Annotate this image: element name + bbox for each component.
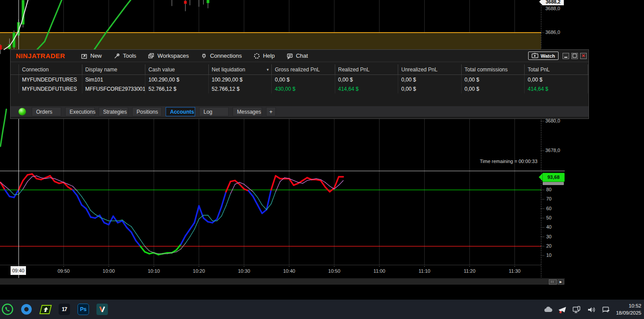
account-row[interactable]: MYFUNDEDFUTURESSim101100.290,00 $100.290… [11,75,588,84]
tab-strategies[interactable]: Strategies [99,107,128,116]
column-header[interactable]: Connection [19,64,82,74]
row-margin [11,64,19,74]
menu-connections[interactable]: Connections [201,52,242,59]
indicator-tick-label: 80 [546,187,551,192]
indicator-tick-label: 40 [546,224,551,230]
account-cell-value: 0,00 $ [528,77,542,83]
sort-arrow-icon[interactable]: ▾ [266,67,271,72]
row-margin [11,75,19,84]
menu-new[interactable]: New [81,52,102,59]
tradingview-icon[interactable]: 17 [58,303,70,315]
menu-items: NewToolsWorkspacesConnectionsHelpChat [81,52,308,59]
browser-ring-icon[interactable] [20,303,33,315]
tab-messages[interactable]: Messages [233,107,262,116]
volume-icon[interactable] [586,304,596,314]
row-margin [11,84,19,93]
menu-workspaces[interactable]: Workspaces [148,52,189,59]
tab-positions[interactable]: Positions [132,107,162,116]
scrollbar-thumb[interactable] [549,279,557,285]
column-header[interactable]: Net liquidation▾ [209,64,272,74]
time-tick-label: 11:00 [370,268,389,274]
add-tab-button[interactable]: + [266,107,276,116]
menu-label: Help [263,52,275,59]
account-cell: 0,00 $ [462,84,525,93]
scrollbar-right-arrow-icon[interactable]: ▶ [558,279,564,285]
whatsapp-icon[interactable] [1,303,14,315]
account-row[interactable]: MYFUNDEDFUTURESMFFUSFCORE29733001252.766… [11,84,588,93]
indicator-value-badge: 93,68 [542,173,565,182]
v-app-icon[interactable] [96,303,108,315]
display-connect-icon[interactable] [572,304,581,314]
column-header-label: Cash value [148,67,175,73]
column-header-label: Connection [22,67,49,73]
table-header-row: ConnectionDisplay nameCash valueNet liqu… [11,64,588,75]
account-cell: 0,00 $ [335,75,399,84]
column-header[interactable]: Total PnL [525,64,588,74]
menu-label: New [90,52,102,59]
time-tick-label: 10:20 [189,268,209,274]
column-header[interactable]: Unrealized PnL [398,64,462,74]
column-header[interactable]: Realized PnL [335,64,399,74]
connections-icon [201,53,207,59]
minimize-button[interactable] [563,53,569,59]
watch-button[interactable]: Watch [528,52,559,60]
account-cell-value: 0,00 $ [465,77,479,83]
cast-sync-icon[interactable] [601,304,611,314]
account-cell: 0,00 $ [525,75,588,84]
tab-accounts[interactable]: Accounts [166,107,195,116]
taskbar-clock[interactable]: 10:52 18/09/2025 [616,302,641,316]
menu-chat[interactable]: Chat [287,52,308,59]
maximize-button[interactable] [571,53,578,59]
account-cell: MFFUSFCORE297330012 [82,84,146,93]
column-header[interactable]: Total commissions [462,64,525,74]
clock-date: 18/09/2025 [616,309,641,316]
indicator-signal-badge [543,182,564,185]
account-cell-value: MYFUNDEDFUTURES [22,86,77,92]
menu-tools[interactable]: Tools [114,52,136,59]
chart-scrollbar[interactable]: ▶ [0,278,565,285]
column-header[interactable]: Display name [82,64,146,74]
column-header-label: Gross realized PnL [275,67,320,73]
tab-log[interactable]: Log [199,107,229,116]
account-cell: 100.290,00 $ [209,75,272,84]
account-cell: 414,64 $ [335,84,399,93]
taskbar: 17Ps 10:52 18/09/2025 [0,300,644,319]
column-header[interactable]: Cash value [145,64,209,74]
tools-icon [114,53,120,59]
tabs: OrdersExecutionsStrategiesPositionsAccou… [32,107,276,116]
screen-share-icon[interactable] [39,303,52,315]
indicator-tick-label: 30 [546,234,551,239]
account-cell-value: 0,00 $ [275,77,289,83]
account-cell-value: 0,00 $ [465,86,479,92]
app-logo: NINJATRADER [16,52,78,59]
tab-orders[interactable]: Orders [32,107,61,116]
account-cell: Sim101 [82,75,146,84]
account-cell: 0,00 $ [398,75,462,84]
onedrive-cloud-icon[interactable] [543,304,552,314]
desktop: 3688,03686,03680,03678,08070605040302010… [0,0,644,319]
watch-tv-icon [532,53,538,59]
menu-label: Connections [210,52,242,59]
account-cell-value: 0,00 $ [401,77,416,83]
indicator-tick-label: 20 [546,243,551,249]
column-header[interactable]: Gross realized PnL [272,64,335,74]
chart-canvas [0,0,565,284]
account-cell-value: 52.766,12 $ [148,86,176,92]
workspaces-icon [148,53,154,59]
telegram-icon[interactable] [557,304,567,314]
time-tick-label: 10:00 [99,268,118,274]
close-button[interactable]: ✕ [580,53,587,59]
system-tray [543,300,611,319]
price-tick-label: 3678,0 [545,148,560,153]
account-cell-value: 0,00 $ [338,77,353,83]
time-tick-label: 11:20 [460,268,479,274]
menu-help[interactable]: Help [254,52,275,59]
connection-status-led [19,108,26,115]
time-tick-label: 09:50 [54,268,73,274]
window-buttons: Watch ✕ [528,52,587,60]
chart-panel[interactable]: 3688,03686,03680,03678,08070605040302010… [0,0,565,284]
column-header-label: Realized PnL [338,67,370,73]
tab-executions[interactable]: Executions [65,107,95,116]
account-cell-value: MYFUNDEDFUTURES [22,77,77,83]
photoshop-icon[interactable]: Ps [77,303,89,315]
